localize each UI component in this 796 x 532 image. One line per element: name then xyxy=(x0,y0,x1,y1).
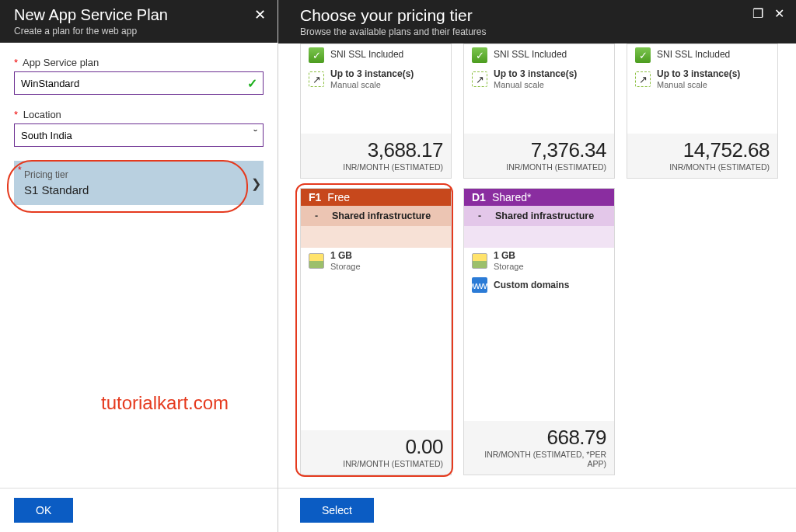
pricing-tier-value: S1 Standard xyxy=(24,183,253,196)
price-value: 668.79 xyxy=(472,426,606,450)
price-value: 0.00 xyxy=(309,435,443,459)
price-value: 7,376.34 xyxy=(472,138,606,162)
pricing-tier-free[interactable]: F1 Free - Shared infrastructure 1 GBStor… xyxy=(300,188,452,475)
shield-icon: ✓ xyxy=(635,47,651,63)
maximize-icon[interactable]: ❐ xyxy=(752,6,763,21)
required-asterisk: * xyxy=(14,109,18,120)
price-sub: INR/MONTH (ESTIMATED) xyxy=(309,162,443,172)
price-block: 3,688.17 INR/MONTH (ESTIMATED) xyxy=(301,134,451,178)
location-select[interactable]: South India xyxy=(14,123,264,147)
required-asterisk: * xyxy=(14,57,18,68)
right-footer: Select xyxy=(278,488,796,532)
globe-icon: www xyxy=(472,277,487,293)
price-value: 3,688.17 xyxy=(309,138,443,162)
required-asterisk: * xyxy=(18,165,22,176)
price-value: 14,752.68 xyxy=(635,138,770,162)
right-body: ✓SNI SSL Included ↗Up to 3 instance(s)Ma… xyxy=(278,43,796,488)
close-icon[interactable]: ✕ xyxy=(774,6,784,21)
left-subtitle: Create a plan for the web app xyxy=(14,26,168,37)
dash-icon: - xyxy=(472,210,487,221)
storage-icon xyxy=(472,253,487,269)
shield-icon: ✓ xyxy=(309,47,324,63)
shield-icon: ✓ xyxy=(472,47,487,63)
price-sub: INR/MONTH (ESTIMATED) xyxy=(309,459,443,468)
pricing-tier-label: Pricing tier xyxy=(24,169,253,180)
price-sub: INR/MONTH (ESTIMATED) xyxy=(635,162,770,172)
app-service-plan-input[interactable] xyxy=(14,71,264,95)
pricing-tier-card[interactable]: ✓SNI SSL Included ↗Up to 3 instance(s)Ma… xyxy=(463,43,615,179)
left-panel: New App Service Plan Create a plan for t… xyxy=(0,0,278,532)
watermark: tutorialkart.com xyxy=(101,392,229,414)
plan-label: * App Service plan xyxy=(14,57,264,68)
pricing-tier-item[interactable]: * Pricing tier S1 Standard ❯ xyxy=(14,161,264,205)
storage-icon xyxy=(309,253,324,269)
left-footer: OK xyxy=(0,488,278,532)
left-body: * App Service plan ✓ * Location South In… xyxy=(0,43,278,488)
top-tier-row: ✓SNI SSL Included ↗Up to 3 instance(s)Ma… xyxy=(300,43,780,179)
close-icon[interactable]: ✕ xyxy=(254,6,266,23)
check-icon: ✓ xyxy=(247,76,257,91)
bottom-tier-row: F1 Free - Shared infrastructure 1 GBStor… xyxy=(300,188,780,475)
price-sub: INR/MONTH (ESTIMATED) xyxy=(472,162,606,172)
location-label: * Location xyxy=(14,109,264,120)
tier-header: F1 Free xyxy=(301,189,451,206)
pricing-tier-shared[interactable]: D1 Shared* - Shared infrastructure 1 GBS… xyxy=(463,188,615,475)
price-block: 668.79 INR/MONTH (ESTIMATED, *PER APP) xyxy=(464,421,614,475)
right-header: Choose your pricing tier Browse the avai… xyxy=(278,0,796,43)
pricing-tier-card[interactable]: ✓SNI SSL Included ↗Up to 3 instance(s)Ma… xyxy=(300,43,452,179)
price-block: 14,752.68 INR/MONTH (ESTIMATED) xyxy=(627,134,777,178)
scale-icon: ↗ xyxy=(309,71,324,87)
ok-button[interactable]: OK xyxy=(14,498,73,523)
price-block: 0.00 INR/MONTH (ESTIMATED) xyxy=(301,430,451,475)
select-button[interactable]: Select xyxy=(300,498,374,523)
right-subtitle: Browse the available plans and their fea… xyxy=(300,26,486,37)
scale-icon: ↗ xyxy=(472,71,487,87)
price-block: 7,376.34 INR/MONTH (ESTIMATED) xyxy=(464,134,614,178)
left-header: New App Service Plan Create a plan for t… xyxy=(0,0,278,43)
scale-icon: ↗ xyxy=(635,71,651,87)
pricing-tier-card[interactable]: ✓SNI SSL Included ↗Up to 3 instance(s)Ma… xyxy=(627,43,778,179)
left-title: New App Service Plan xyxy=(14,6,168,24)
right-title: Choose your pricing tier xyxy=(300,6,486,25)
dash-icon: - xyxy=(309,210,324,221)
price-sub: INR/MONTH (ESTIMATED, *PER APP) xyxy=(472,450,606,468)
tier-header: D1 Shared* xyxy=(464,189,614,206)
chevron-right-icon: ❯ xyxy=(251,176,261,190)
right-panel: Choose your pricing tier Browse the avai… xyxy=(278,0,796,532)
